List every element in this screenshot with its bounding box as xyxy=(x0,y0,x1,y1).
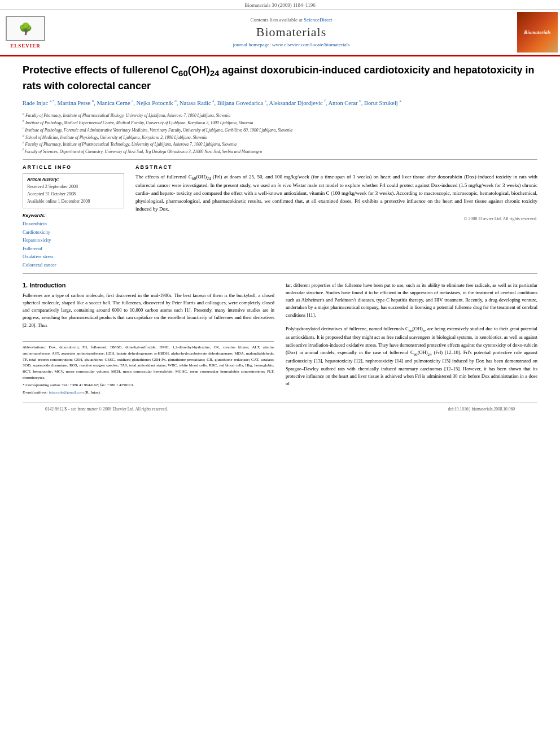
accepted-date: Accepted 31 October 2008 xyxy=(27,191,120,198)
divider-2 xyxy=(23,273,537,274)
footnotes-area: Abbreviations: Dox, doxorubicin; Frl, fu… xyxy=(23,341,274,396)
sciencedirect-link[interactable]: ScienceDirect xyxy=(304,17,332,23)
abstract-column: ABSTRACT The effects of fullerenol C60(O… xyxy=(135,164,537,269)
keywords-block: Keywords: Doxorubicin Cardiotoxicity Hep… xyxy=(23,213,124,269)
biomaterials-badge: Biomaterials xyxy=(517,12,558,53)
info-abstract-section: ARTICLE INFO Article history: Received 2… xyxy=(23,164,537,269)
elsevier-logo-image: 🌳 xyxy=(6,16,45,41)
affiliations-block: a Faculty of Pharmacy, Institute of Phar… xyxy=(23,111,537,155)
article-history-block: Article history: Received 2 September 20… xyxy=(23,173,124,208)
bottom-bar: 0142-9612/$ – see front matter © 2008 El… xyxy=(23,403,537,415)
journal-header: 🌳 ELSEVIER Contents lists available at S… xyxy=(0,10,560,56)
contents-available-text: Contents lists available at xyxy=(251,17,303,23)
section1-number: 1. xyxy=(23,282,28,289)
doi-text: doi:10.1016/j.biomaterials.2008.10.060 xyxy=(448,407,515,412)
page: Biomaterials 30 (2009) 1184–1196 🌳 ELSEV… xyxy=(0,0,560,747)
homepage-link[interactable]: journal homepage: www.elsevier.com/locat… xyxy=(233,42,350,47)
tree-icon: 🌳 xyxy=(19,22,33,36)
section1-para2: far, different properties of the fullere… xyxy=(286,282,537,319)
keyword-colorectal-cancer: Colorectal cancer xyxy=(23,261,124,269)
section1-para3: Polyhydroxylated derivatives of fulleren… xyxy=(286,325,537,387)
received-date: Received 2 September 2008 xyxy=(27,184,120,191)
elsevier-logo: 🌳 ELSEVIER xyxy=(6,16,45,49)
journal-volume-info: Biomaterials 30 (2009) 1184–1196 xyxy=(244,2,316,8)
keyword-fullerenol: Fullerenol xyxy=(23,244,124,252)
keyword-hepatotoxicity: Hepatotoxicity xyxy=(23,236,124,244)
article-content: Protective effects of fullerenol C60(OH)… xyxy=(0,56,560,426)
top-bar: Biomaterials 30 (2009) 1184–1196 xyxy=(0,0,560,10)
sciencedirect-info: Contents lists available at ScienceDirec… xyxy=(251,17,333,23)
copyright-text: © 2008 Elsevier Ltd. All rights reserved… xyxy=(135,216,537,221)
article-title: Protective effects of fullerenol C60(OH)… xyxy=(23,63,537,93)
email-value: injacrade@gmail.com xyxy=(49,390,84,395)
keyword-oxidative-stress: Oxidative stress xyxy=(23,252,124,260)
article-info-column: ARTICLE INFO Article history: Received 2… xyxy=(23,164,124,269)
keyword-doxorubicin: Doxorubicin xyxy=(23,220,124,228)
section1-heading: Introduction xyxy=(29,282,65,289)
section1-title: 1. Introduction xyxy=(23,282,274,289)
abbreviations-footnote: Abbreviations: Dox, doxorubicin; Frl, fu… xyxy=(23,344,274,381)
keyword-cardiotoxicity: Cardiotoxicity xyxy=(23,228,124,236)
elsevier-text: ELSEVIER xyxy=(10,43,41,49)
email-footnote: E-mail address: injacrade@gmail.com (R. … xyxy=(23,390,274,396)
body-col-right: far, different properties of the fullere… xyxy=(286,282,537,397)
keywords-label: Keywords: xyxy=(23,213,124,218)
journal-badge-area: Biomaterials xyxy=(515,10,560,55)
section1-para1: Fullerenes are a type of carbon molecule… xyxy=(23,292,274,329)
body-col-left: 1. Introduction Fullerenes are a type of… xyxy=(23,282,274,397)
abstract-heading: ABSTRACT xyxy=(135,164,537,170)
article-info-heading: ARTICLE INFO xyxy=(23,164,124,170)
available-date: Available online 1 December 2008 xyxy=(27,198,120,206)
authors-line: Rade Injac a,*, Martina Perse b, Manica … xyxy=(23,98,537,108)
badge-label: Biomaterials xyxy=(524,29,551,35)
journal-title: Biomaterials xyxy=(256,25,326,40)
publisher-logo-area: 🌳 ELSEVIER xyxy=(0,10,68,55)
corresponding-footnote: * Corresponding author. Tel.: +386 41 96… xyxy=(23,382,274,388)
abstract-text: The effects of fullerenol C60(OH)24 (Frl… xyxy=(135,173,537,213)
history-label: Article history: xyxy=(27,177,120,182)
body-section: 1. Introduction Fullerenes are a type of… xyxy=(23,282,537,397)
issn-text: 0142-9612/$ – see front matter © 2008 El… xyxy=(45,407,168,412)
email-label: E-mail address: xyxy=(23,390,48,395)
divider-1 xyxy=(23,159,537,160)
abbrev-label: Abbreviations: xyxy=(23,345,46,350)
journal-homepage: journal homepage: www.elsevier.com/locat… xyxy=(233,42,350,47)
journal-title-area: Contents lists available at ScienceDirec… xyxy=(68,10,515,55)
